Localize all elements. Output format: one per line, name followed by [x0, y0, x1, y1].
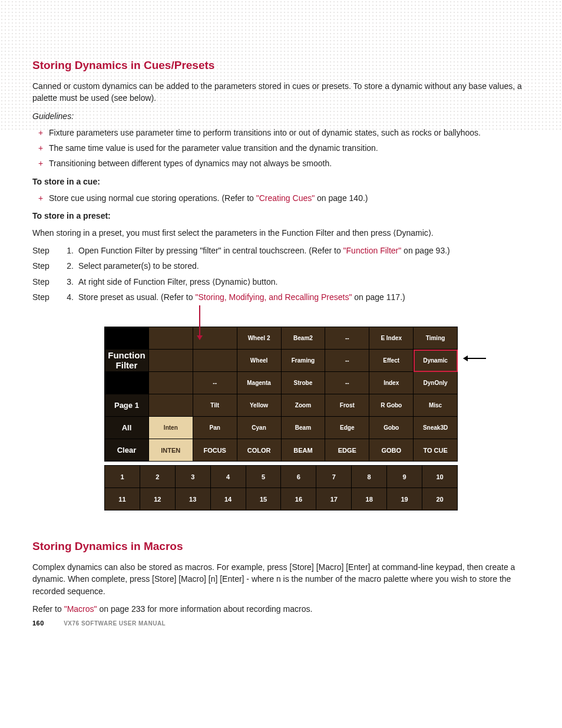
step-label: Step	[32, 291, 61, 303]
filter-cell[interactable]: Wheel 2	[237, 327, 281, 350]
filter-num[interactable]: 10	[422, 466, 458, 488]
text: Open Function Filter by pressing "filter…	[78, 246, 343, 255]
filter-num[interactable]: 18	[352, 488, 387, 510]
filter-cell[interactable]: --	[325, 372, 369, 394]
filter-cell[interactable]: Strobe	[281, 372, 325, 394]
filter-cell[interactable]: Edge	[325, 417, 369, 439]
filter-cell-inten[interactable]: Inten	[148, 417, 193, 439]
filter-cell[interactable]	[148, 350, 193, 372]
filter-cell[interactable]: Framing	[281, 350, 325, 372]
text: on page 93.)	[401, 246, 450, 255]
filter-cell[interactable]: Timing	[414, 327, 458, 350]
filter-num[interactable]: 3	[175, 466, 210, 488]
list-item: Fixture parameters use parameter time to…	[49, 127, 530, 139]
filter-cell[interactable]: Pan	[193, 417, 237, 439]
intro-paragraph: Canned or custom dynamics can be added t…	[32, 80, 530, 104]
filter-num[interactable]: 4	[210, 466, 246, 488]
filter-group[interactable]: BEAM	[281, 439, 325, 462]
filter-clear-button[interactable]: Clear	[105, 439, 149, 462]
step-text: Store preset as usual. (Refer to "Storin…	[78, 291, 530, 303]
step-number: 3.	[61, 276, 74, 288]
filter-num[interactable]: 19	[387, 488, 422, 510]
filter-cell[interactable]: Sneak3D	[414, 417, 458, 439]
function-filter-grid: Wheel 2 Beam2 -- E Index Timing Function…	[104, 327, 458, 462]
text: Refer to	[32, 604, 64, 614]
filter-title: FunctionFilter	[105, 350, 149, 372]
filter-page-button[interactable]: Page 1	[105, 394, 149, 417]
filter-cell[interactable]	[148, 327, 193, 350]
filter-cell[interactable]: E Index	[369, 327, 414, 350]
filter-num[interactable]: 5	[246, 466, 281, 488]
filter-cell[interactable]: --	[325, 350, 369, 372]
filter-cell[interactable]: Cyan	[237, 417, 281, 439]
step-label: Step	[32, 276, 61, 288]
filter-cell[interactable]: Effect	[369, 350, 414, 372]
filter-side-blank	[105, 327, 149, 350]
filter-all-button[interactable]: All	[105, 417, 149, 439]
link-creating-cues[interactable]: "Creating Cues"	[256, 193, 315, 203]
filter-num[interactable]: 6	[281, 466, 316, 488]
filter-num[interactable]: 2	[140, 466, 175, 488]
heading-storing-dynamics-macros: Storing Dynamics in Macros	[32, 540, 530, 553]
filter-cell[interactable]: DynOnly	[414, 372, 458, 394]
arrow-left-icon	[464, 358, 486, 359]
filter-cell[interactable]: Beam	[281, 417, 325, 439]
filter-num[interactable]: 9	[387, 466, 422, 488]
step-row: Step 2. Select parameter(s) to be stored…	[32, 260, 530, 272]
filter-cell[interactable]: Zoom	[281, 394, 325, 417]
step-number: 4.	[61, 291, 74, 303]
filter-num[interactable]: 7	[316, 466, 352, 488]
filter-cell[interactable]: Magenta	[237, 372, 281, 394]
filter-cell-dynamic[interactable]: Dynamic	[414, 350, 458, 372]
heading-storing-dynamics-cues: Storing Dynamics in Cues/Presets	[32, 59, 530, 72]
store-cue-list: Store cue using normal cue storing opera…	[32, 192, 530, 204]
step-number: 1.	[61, 245, 74, 256]
filter-cell[interactable]	[148, 394, 193, 417]
filter-cell[interactable]: Wheel	[237, 350, 281, 372]
filter-cell[interactable]: R Gobo	[369, 394, 414, 417]
link-function-filter[interactable]: "Function Filter"	[343, 246, 402, 255]
filter-group[interactable]: TO CUE	[414, 439, 458, 462]
filter-num[interactable]: 13	[175, 488, 210, 510]
manual-title: VX76 SOFTWARE USER MANUAL	[64, 620, 166, 627]
filter-num[interactable]: 12	[140, 488, 175, 510]
filter-num[interactable]: 1	[105, 466, 140, 488]
filter-cell[interactable]: Index	[369, 372, 414, 394]
filter-cell[interactable]: Beam2	[281, 327, 325, 350]
step-text: Open Function Filter by pressing "filter…	[78, 245, 530, 256]
filter-cell[interactable]	[193, 350, 237, 372]
filter-group[interactable]: FOCUS	[193, 439, 237, 462]
text: Store preset as usual. (Refer to	[78, 292, 195, 302]
filter-num[interactable]: 20	[422, 488, 458, 510]
filter-group[interactable]: EDGE	[325, 439, 369, 462]
link-storing-presets[interactable]: "Storing, Modifying, and Recalling Prese…	[195, 292, 352, 302]
filter-cell[interactable]	[148, 372, 193, 394]
filter-cell[interactable]: --	[325, 327, 369, 350]
filter-num[interactable]: 17	[316, 488, 352, 510]
macros-paragraph-1: Complex dynamics can also be stored as m…	[32, 561, 530, 597]
macros-paragraph-2: Refer to "Macros" on page 233 for more i…	[32, 603, 530, 615]
filter-cell[interactable]: Misc	[414, 394, 458, 417]
filter-cell[interactable]: Yellow	[237, 394, 281, 417]
filter-cell[interactable]: --	[193, 372, 237, 394]
filter-cell[interactable]: Frost	[325, 394, 369, 417]
store-preset-intro: When storing in a preset, you must first…	[32, 227, 530, 239]
filter-num[interactable]: 14	[210, 488, 246, 510]
filter-group[interactable]: COLOR	[237, 439, 281, 462]
store-cue-label: To store in a cue:	[32, 176, 530, 187]
filter-num[interactable]: 8	[352, 466, 387, 488]
text: on page 117.)	[352, 292, 405, 302]
filter-group[interactable]: GOBO	[369, 439, 414, 462]
filter-cell[interactable]: Tilt	[193, 394, 237, 417]
guidelines-list: Fixture parameters use parameter time to…	[32, 127, 530, 170]
step-text: At right side of Function Filter, press …	[78, 276, 530, 288]
link-macros[interactable]: "Macros"	[64, 604, 97, 614]
step-row: Step 3. At right side of Function Filter…	[32, 276, 530, 288]
filter-num[interactable]: 15	[246, 488, 281, 510]
list-item: Store cue using normal cue storing opera…	[49, 192, 530, 204]
page-footer: 160 VX76 SOFTWARE USER MANUAL	[32, 620, 166, 627]
filter-group-inten[interactable]: INTEN	[148, 439, 193, 462]
filter-num[interactable]: 11	[105, 488, 140, 510]
filter-cell[interactable]: Gobo	[369, 417, 414, 439]
filter-num[interactable]: 16	[281, 488, 316, 510]
